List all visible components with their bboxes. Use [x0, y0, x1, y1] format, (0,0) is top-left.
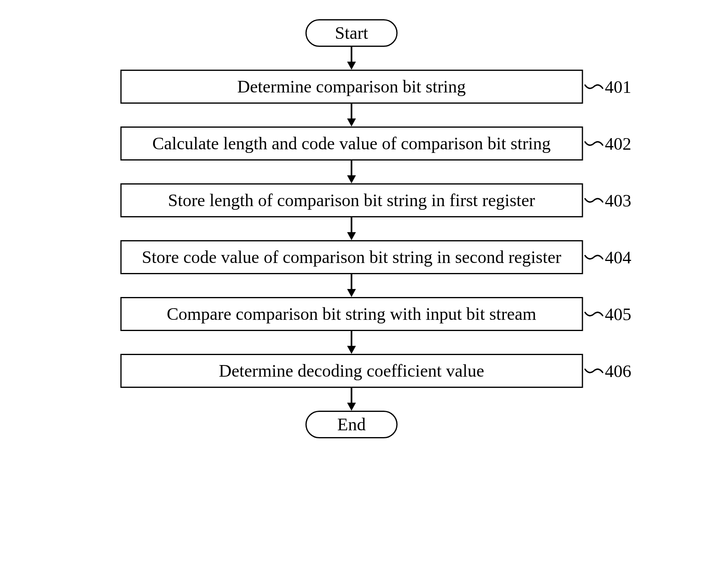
arrow: [347, 331, 356, 354]
ref-callout: 401: [584, 76, 631, 97]
process-label: Determine decoding coefficient value: [219, 361, 484, 381]
process-label: Store length of comparison bit string in…: [168, 191, 535, 210]
ref-number: 405: [605, 304, 631, 324]
leader-line-icon: [584, 252, 603, 263]
process-step-401: Determine comparison bit string 401: [120, 70, 583, 104]
leader-line-icon: [584, 138, 603, 149]
process-step-404: Store code value of comparison bit strin…: [120, 240, 583, 274]
ref-number: 401: [605, 76, 631, 97]
ref-callout: 404: [584, 247, 631, 267]
ref-callout: 403: [584, 190, 631, 211]
process-step-403: Store length of comparison bit string in…: [120, 183, 583, 217]
ref-callout: 406: [584, 361, 631, 381]
ref-number: 404: [605, 247, 631, 267]
process-label: Compare comparison bit string with input…: [167, 304, 536, 324]
start-terminal: Start: [306, 19, 398, 47]
leader-line-icon: [584, 309, 603, 320]
ref-callout: 405: [584, 304, 631, 324]
process-step-402: Calculate length and code value of compa…: [120, 126, 583, 161]
process-label: Store code value of comparison bit strin…: [142, 247, 561, 267]
arrow: [347, 274, 356, 297]
arrow: [347, 161, 356, 183]
ref-number: 402: [605, 133, 631, 154]
flowchart: Start Determine comparison bit string 40…: [120, 19, 583, 438]
process-label: Calculate length and code value of compa…: [152, 134, 551, 153]
ref-number: 406: [605, 361, 631, 381]
ref-callout: 402: [584, 133, 631, 154]
arrow: [347, 104, 356, 126]
arrow: [347, 47, 356, 70]
leader-line-icon: [584, 81, 603, 92]
arrow: [347, 217, 356, 240]
start-label: Start: [335, 23, 368, 43]
end-terminal: End: [306, 411, 398, 438]
process-step-405: Compare comparison bit string with input…: [120, 297, 583, 331]
arrow: [347, 388, 356, 411]
process-step-406: Determine decoding coefficient value 406: [120, 354, 583, 388]
leader-line-icon: [584, 365, 603, 377]
end-label: End: [337, 415, 366, 434]
ref-number: 403: [605, 190, 631, 211]
process-label: Determine comparison bit string: [237, 77, 466, 96]
leader-line-icon: [584, 195, 603, 206]
